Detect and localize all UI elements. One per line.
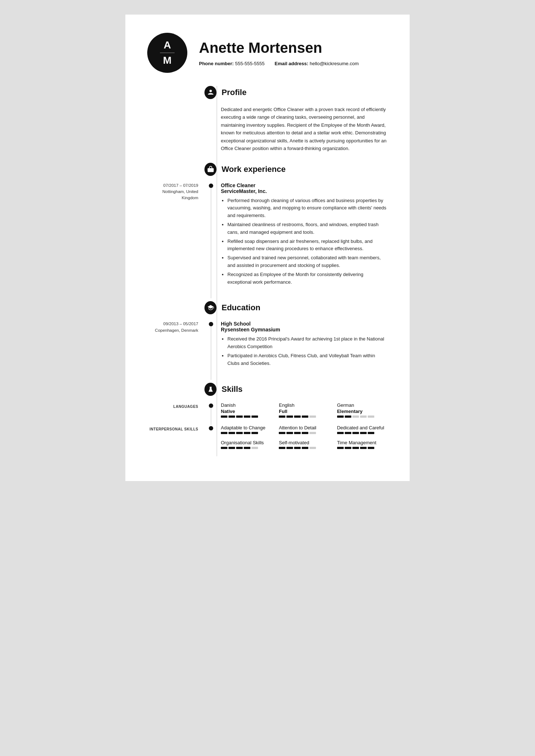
language-bar bbox=[221, 416, 272, 418]
bar-segment bbox=[360, 447, 367, 449]
profile-header-row: Profile bbox=[147, 86, 388, 99]
phone-label: Phone number: bbox=[199, 61, 234, 66]
interpersonal-skill-name: Adaptable to Change bbox=[221, 425, 272, 430]
avatar-initial-bottom: M bbox=[163, 55, 171, 66]
avatar: A M bbox=[147, 33, 187, 73]
bar-segment bbox=[286, 416, 293, 418]
language-item: DanishNative bbox=[221, 402, 272, 418]
header-contact: Phone number: 555-555-5555 Email address… bbox=[199, 61, 388, 66]
language-level: Native bbox=[221, 409, 272, 414]
interpersonal-item: Dedicated and Careful bbox=[337, 425, 388, 434]
language-level: Elementary bbox=[337, 409, 388, 414]
edu-date: 09/2013 – 05/2017 bbox=[147, 321, 198, 327]
languages-label: LANGUAGES bbox=[147, 404, 198, 409]
edu-date-location: 09/2013 – 05/2017 Copenhagen, Denmark bbox=[147, 321, 206, 379]
edu-line bbox=[211, 326, 211, 379]
bar-segment bbox=[236, 432, 243, 434]
resume-container: A M Anette Mortensen Phone number: 555-5… bbox=[125, 15, 410, 481]
interpersonal-bar bbox=[221, 432, 272, 434]
work-location: Nottingham, United Kingdom bbox=[147, 189, 198, 201]
job-bullet-2: Maintained cleanliness of restrooms, flo… bbox=[227, 221, 388, 236]
interpersonal-skill-name: Self-motivated bbox=[279, 440, 329, 445]
language-name: German bbox=[337, 402, 388, 408]
email-value: hello@kickresume.com bbox=[310, 61, 359, 66]
avatar-divider bbox=[160, 52, 175, 53]
job-bullet-3: Refilled soap dispensers and air freshen… bbox=[227, 238, 388, 253]
work-dot bbox=[209, 184, 213, 188]
interpersonal-item: Adaptable to Change bbox=[221, 425, 272, 434]
bar-segment bbox=[360, 432, 367, 434]
job-bullet-1: Performed thorough cleaning of various o… bbox=[227, 197, 388, 220]
bar-segment bbox=[294, 432, 301, 434]
bar-segment bbox=[251, 447, 258, 449]
interpersonal-dot bbox=[209, 426, 213, 430]
vertical-line bbox=[216, 86, 217, 456]
interpersonal-item: Attention to Detail bbox=[279, 425, 329, 434]
bar-segment bbox=[279, 432, 285, 434]
edu-bullet-1: Received the 2016 Principal's Award for … bbox=[227, 335, 388, 351]
interpersonal-timeline-center bbox=[206, 425, 216, 456]
languages-row: LANGUAGES DanishNativeEnglishFullGermanE… bbox=[147, 402, 388, 425]
languages-content: DanishNativeEnglishFullGermanElementary bbox=[216, 402, 388, 425]
edu-title-wrap: Education bbox=[216, 303, 260, 312]
edu-dot bbox=[209, 322, 213, 326]
interpersonal-skill-name: Time Management bbox=[337, 440, 388, 445]
bar-segment bbox=[337, 447, 344, 449]
bar-segment bbox=[279, 416, 285, 418]
bar-segment bbox=[368, 416, 374, 418]
interpersonal-content: Adaptable to ChangeAttention to DetailDe… bbox=[216, 425, 388, 456]
work-title-wrap: Work experience bbox=[216, 165, 286, 174]
profile-body: Dedicated and energetic Office Cleaner w… bbox=[221, 106, 388, 153]
language-bar bbox=[337, 416, 388, 418]
work-title: Work experience bbox=[222, 165, 286, 174]
edu-header-row: Education bbox=[147, 301, 388, 314]
bar-segment bbox=[221, 416, 227, 418]
profile-title-wrap: Profile bbox=[216, 88, 246, 97]
language-level: Full bbox=[279, 409, 329, 414]
bar-segment bbox=[286, 432, 293, 434]
interpersonal-label: INTERPERSONAL SKILLS bbox=[147, 426, 198, 432]
bar-segment bbox=[279, 447, 285, 449]
profile-icon-wrap bbox=[206, 86, 216, 99]
interpersonal-bar bbox=[279, 447, 329, 449]
bar-segment bbox=[221, 432, 227, 434]
interpersonal-item: Organisational Skills bbox=[221, 440, 272, 449]
bar-segment bbox=[286, 447, 293, 449]
profile-title: Profile bbox=[222, 88, 246, 97]
bar-segment bbox=[345, 432, 351, 434]
header: A M Anette Mortensen Phone number: 555-5… bbox=[147, 33, 388, 73]
bar-segment bbox=[352, 447, 359, 449]
edu-degree: High School bbox=[221, 321, 388, 327]
bar-segment bbox=[360, 416, 367, 418]
candidate-name: Anette Mortensen bbox=[199, 40, 388, 56]
edu-timeline-center bbox=[206, 321, 216, 379]
bar-segment bbox=[244, 432, 250, 434]
interpersonal-skill-name: Attention to Detail bbox=[279, 425, 329, 430]
bar-segment bbox=[229, 416, 235, 418]
bar-segment bbox=[302, 416, 308, 418]
svg-marker-3 bbox=[207, 305, 214, 309]
edu-content: High School Rysensteen Gymnasium Receive… bbox=[216, 321, 388, 379]
job-bullet-4: Supervised and trained new personnel, co… bbox=[227, 254, 388, 269]
job-title: Office Cleaner bbox=[221, 182, 388, 188]
bar-segment bbox=[244, 447, 250, 449]
interpersonal-item: Time Management bbox=[337, 440, 388, 449]
work-experience-section: Work experience 07/2017 – 07/2019 Nottin… bbox=[147, 163, 388, 299]
edu-title: Education bbox=[222, 303, 260, 312]
language-bar bbox=[279, 416, 329, 418]
bar-segment bbox=[337, 416, 344, 418]
languages-line bbox=[211, 408, 211, 425]
edu-location: Copenhagen, Denmark bbox=[147, 327, 198, 334]
bar-segment bbox=[368, 447, 374, 449]
bar-segment bbox=[221, 447, 227, 449]
languages-timeline-center bbox=[206, 402, 216, 425]
skills-title: Skills bbox=[222, 385, 242, 394]
bar-segment bbox=[368, 432, 374, 434]
bar-segment bbox=[345, 447, 351, 449]
edu-icon bbox=[204, 301, 216, 314]
skills-icon-wrap bbox=[206, 383, 216, 396]
svg-rect-1 bbox=[207, 168, 214, 172]
job-bullets-list: Performed thorough cleaning of various o… bbox=[221, 197, 388, 286]
bar-segment bbox=[309, 432, 316, 434]
bar-segment bbox=[309, 447, 316, 449]
